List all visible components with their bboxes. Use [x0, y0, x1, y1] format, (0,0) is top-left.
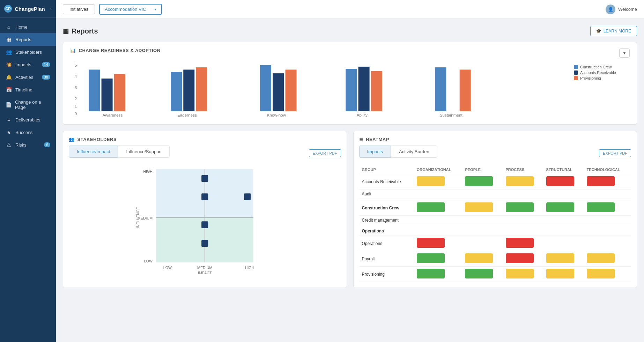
svg-rect-22 — [435, 67, 446, 111]
impacts-badge: 14 — [42, 62, 50, 67]
main-content: Initiatives Accommodation VIC ▾ 👤 Welcom… — [56, 0, 644, 342]
sidebar-item-label: Activities — [15, 75, 33, 80]
stakeholders-title: 👥 STAKEHOLDERS — [69, 137, 117, 142]
stakeholders-export-pdf-button[interactable]: EXPORT PDF — [309, 149, 341, 157]
cell-tech — [584, 199, 631, 216]
sidebar-item-reports[interactable]: ▦ Reports — [0, 33, 56, 46]
sidebar-item-timeline[interactable]: 📅 Timeline — [0, 83, 56, 96]
svg-rect-20 — [371, 71, 382, 111]
change-readiness-section: 📊 CHANGE READINESS & ADOPTION ▼ 5 4 3 2 … — [63, 42, 637, 125]
col-technological: TECHNOLOGICAL — [584, 165, 631, 174]
heatmap-icon: ≣ — [359, 137, 363, 142]
cell-process — [503, 174, 543, 189]
sidebar-item-success[interactable]: ★ Success — [0, 126, 56, 139]
svg-rect-40 — [201, 193, 208, 200]
bar-chart-svg: 5 4 3 2 1 0 Awareness — [70, 61, 574, 117]
svg-rect-14 — [260, 65, 271, 111]
svg-rect-28 — [205, 218, 253, 262]
app-name: ChangePlan — [15, 6, 45, 12]
svg-text:3: 3 — [75, 85, 77, 90]
tab-influence-impact[interactable]: Influence/Impact — [69, 146, 118, 158]
bottom-row: 👥 STAKEHOLDERS Influence/Impact Influenc… — [63, 131, 637, 288]
legend-color-construction — [574, 65, 578, 69]
table-row: Credit management — [359, 216, 631, 225]
cell-structural — [543, 267, 584, 282]
svg-text:Know-how: Know-how — [267, 113, 286, 117]
svg-text:HIGH: HIGH — [143, 169, 153, 173]
sidebar-item-stakeholders[interactable]: 👥 Stakeholders — [0, 46, 56, 58]
initiative-dropdown[interactable]: Accommodation VIC ▾ — [99, 4, 162, 15]
tab-activity-burden[interactable]: Activity Burden — [391, 146, 437, 158]
row-group-label: Payroll — [359, 251, 414, 267]
sidebar-item-activities[interactable]: 🔔 Activities 38 — [0, 71, 56, 83]
tab-influence-support[interactable]: Influence/Support — [118, 146, 170, 158]
cell-org — [414, 199, 462, 216]
cell-process — [503, 199, 543, 216]
reports-icon: ▦ — [6, 37, 12, 42]
heatmap-header-row: GROUP ORGANIZATIONAL PEOPLE PROCESS STRU… — [359, 165, 631, 174]
sidebar-item-label: Impacts — [15, 62, 31, 67]
stakeholders-icon: 👥 — [69, 137, 75, 142]
dropdown-value: Accommodation VIC — [105, 7, 146, 12]
bar-chart-icon: 📊 — [70, 48, 76, 53]
sidebar-item-risks[interactable]: ⚠ Risks 6 — [0, 139, 56, 151]
svg-rect-8 — [114, 74, 125, 111]
sidebar-item-label: Deliverables — [15, 117, 40, 122]
sidebar-item-deliverables[interactable]: ≡ Deliverables — [0, 113, 56, 126]
cell-org — [414, 251, 462, 267]
filter-button[interactable]: ▼ — [619, 49, 630, 58]
cell-tech — [584, 267, 631, 282]
change-on-a-page-icon: 📄 — [6, 102, 12, 107]
learn-more-icon: 🎓 — [596, 29, 601, 34]
table-row: Construction Crew — [359, 199, 631, 216]
sidebar-item-impacts[interactable]: 💥 Impacts 14 — [0, 58, 56, 71]
sidebar-item-change-on-a-page[interactable]: 📄 Change on a Page — [0, 96, 56, 113]
table-row: Operations — [359, 225, 631, 236]
initiatives-tab[interactable]: Initiatives — [63, 4, 95, 14]
svg-text:MEDIUM: MEDIUM — [138, 216, 153, 220]
tab-impacts[interactable]: Impacts — [359, 146, 391, 158]
svg-rect-19 — [358, 67, 370, 111]
learn-more-label: LEARN MORE — [604, 29, 631, 34]
cell-tech — [584, 174, 631, 189]
deliverables-icon: ≡ — [6, 117, 12, 122]
topbar: Initiatives Accommodation VIC ▾ 👤 Welcom… — [56, 0, 644, 19]
heatmap-export-pdf-button[interactable]: EXPORT PDF — [599, 149, 631, 157]
sidebar-item-label: Reports — [15, 37, 31, 42]
svg-text:Awareness: Awareness — [103, 113, 123, 117]
heatmap-tabs: Impacts Activity Burden — [359, 146, 437, 158]
sidebar-item-label: Risks — [15, 142, 27, 148]
cell-structural — [543, 251, 584, 267]
cell-process — [503, 267, 543, 282]
svg-rect-39 — [201, 175, 208, 182]
svg-text:LOW: LOW — [144, 259, 153, 263]
learn-more-button[interactable]: 🎓 LEARN MORE — [590, 26, 637, 36]
svg-rect-12 — [196, 67, 207, 111]
heatmap-section: ≣ HEATMAP Impacts Activity Burden EXPORT… — [353, 131, 637, 288]
sidebar-item-label: Change on a Page — [15, 99, 50, 110]
heatmap-header: ≣ HEATMAP — [359, 137, 631, 142]
chevron-down-icon: ▾ — [155, 7, 156, 11]
sidebar-collapse-button[interactable]: ‹ — [50, 6, 52, 11]
cell-structural — [543, 174, 584, 189]
logo-icon: CP — [4, 5, 12, 13]
legend-label-accounts: Accounts Receivable — [580, 70, 616, 75]
legend-color-accounts — [574, 70, 578, 75]
stakeholders-section: 👥 STAKEHOLDERS Influence/Impact Influenc… — [63, 131, 347, 288]
activities-badge: 38 — [42, 75, 50, 80]
svg-text:IMPACT: IMPACT — [198, 271, 212, 274]
quadrant-svg: INFLUENCE HIGH MEDIUM LOW LOW MEDIUM HIG… — [69, 165, 341, 274]
col-group: GROUP — [359, 165, 414, 174]
row-group-label: Credit management — [359, 216, 414, 225]
svg-text:Eagerness: Eagerness — [177, 113, 197, 117]
sidebar-item-home[interactable]: ⌂ Home — [0, 21, 56, 33]
change-readiness-title: 📊 CHANGE READINESS & ADOPTION — [70, 48, 161, 53]
app-logo[interactable]: CP ChangePlan ‹ — [0, 0, 56, 18]
legend-label-construction: Construction Crew — [580, 65, 612, 69]
reports-title-area: ▦ Reports — [63, 27, 98, 35]
svg-rect-11 — [183, 69, 194, 111]
cell-people — [462, 267, 503, 282]
row-group-label: Operations — [359, 225, 414, 236]
svg-text:0: 0 — [75, 111, 77, 116]
svg-rect-18 — [346, 69, 357, 111]
